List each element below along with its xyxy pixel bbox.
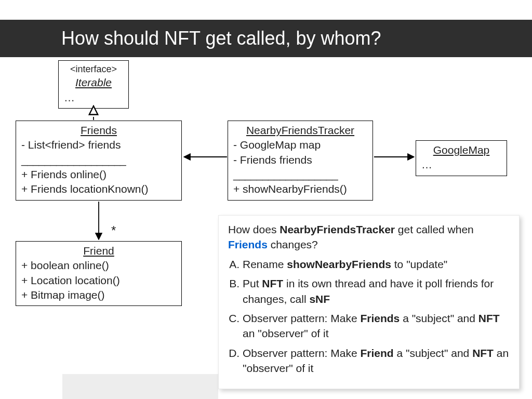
nft-attr2: - Friends friends (233, 153, 367, 167)
slide-title: How should NFT get called, by whom? (61, 28, 381, 49)
decorative-shade (62, 374, 218, 399)
question-intro: How does NearbyFriendsTracker get called… (228, 222, 510, 252)
friend-op3: + Bitmap image() (21, 288, 176, 302)
friends-op2: + Friends locationKnown() (21, 182, 176, 196)
q-intro-pre: How does (228, 223, 280, 235)
friends-divider: __________________ (21, 153, 176, 167)
d-pre: Observer pattern: Make (243, 347, 360, 359)
friends-name: Friends (21, 123, 176, 138)
c-b1: Friends (360, 312, 400, 324)
b-b2: sNF (309, 293, 330, 305)
nft-divider: __________________ (233, 167, 367, 182)
friends-op1: + Friends online() (21, 167, 176, 182)
friend-name: Friend (21, 244, 176, 258)
class-friends: Friends - List<friend> friends _________… (16, 121, 182, 201)
b-pre: Put (243, 277, 262, 289)
b-b1: NFT (262, 277, 283, 289)
a-post: to "update" (391, 258, 447, 270)
c-post: an "observer" of it (243, 327, 329, 339)
friend-op1: + boolean online() (21, 258, 176, 273)
option-b: Put NFT in its own thread and have it po… (243, 276, 510, 307)
d-b1: Friend (360, 347, 393, 359)
class-nft: NearbyFriendsTracker - GoogleMap map - F… (228, 121, 373, 201)
question-options: Rename showNearbyFriends to "update" Put… (228, 257, 510, 376)
iterable-name: Iterable (64, 75, 123, 90)
friend-op2: + Location location() (21, 273, 176, 288)
nft-attr1: - GoogleMap map (233, 138, 367, 152)
c-mid: a "subject" and (400, 312, 478, 324)
a-pre: Rename (243, 258, 287, 270)
slide-title-bar: How should NFT get called, by whom? (0, 20, 532, 57)
option-c: Observer pattern: Make Friends a "subjec… (243, 311, 510, 341)
d-mid: a "subject" and (394, 347, 473, 359)
option-d: Observer pattern: Make Friend a "subject… (243, 345, 510, 376)
q-intro-mid: get called when (395, 223, 474, 235)
nft-op1: + showNearbyFriends() (233, 182, 367, 196)
multiplicity-star: * (111, 223, 116, 238)
a-b: showNearbyFriends (287, 258, 391, 270)
q-intro-b1: NearbyFriendsTracker (280, 223, 395, 235)
d-b2: NFT (472, 347, 494, 359)
option-a: Rename showNearbyFriends to "update" (243, 257, 510, 272)
class-friend: Friend + boolean online() + Location loc… (16, 241, 182, 306)
iterable-rest: … (64, 90, 123, 105)
nft-name: NearbyFriendsTracker (233, 123, 367, 138)
gmap-rest: … (421, 157, 501, 172)
class-googlemap: GoogleMap … (416, 140, 507, 176)
question-panel: How does NearbyFriendsTracker get called… (218, 215, 520, 389)
c-b2: NFT (478, 312, 500, 324)
q-intro-b2: Friends (228, 238, 268, 250)
gmap-name: GoogleMap (421, 143, 501, 157)
c-pre: Observer pattern: Make (243, 312, 360, 324)
q-intro-post: changes? (268, 238, 318, 250)
friends-attr1: - List<friend> friends (21, 138, 176, 152)
class-iterable: <interface> Iterable … (58, 60, 129, 109)
iterable-stereotype: <interface> (64, 63, 123, 75)
